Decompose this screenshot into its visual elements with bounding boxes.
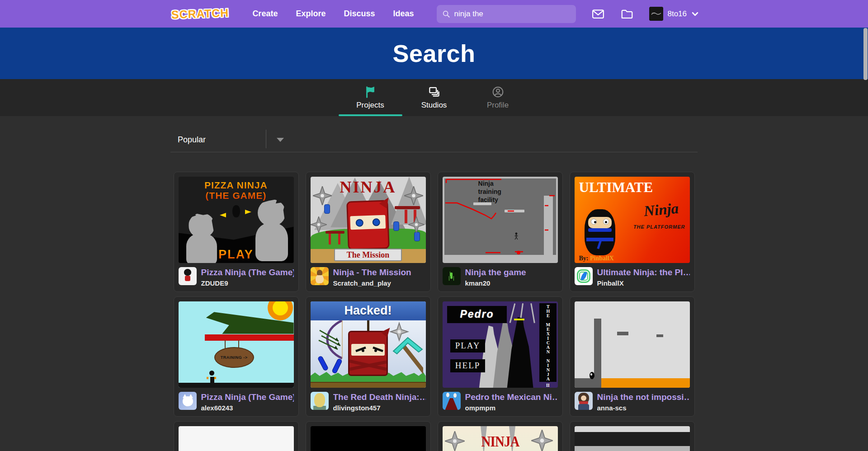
project-title-link[interactable]: The Red Death Ninja:… [333,392,426,402]
project-title-link[interactable]: Pizza Ninja (The Game) [201,392,294,402]
project-thumbnail[interactable]: NINJA The Mission [311,177,426,263]
project-title-link[interactable]: Ninja - The Mission [333,268,411,277]
nav-link-create[interactable]: Create [243,0,287,28]
project-card: PIZZA NINJA(THE GAME) PLAY Pizza Ninja (… [174,172,299,292]
tab-studios[interactable]: Studios [402,79,466,116]
project-thumbnail[interactable]: Pedro PLAY HELP THE MEXICAN NINJA II [443,301,558,388]
project-thumbnail[interactable] [311,426,426,451]
tab-projects-label: Projects [356,101,384,110]
chevron-down-icon [692,12,698,16]
project-author: anna-scs [597,404,690,412]
mystuff-folder-icon[interactable] [620,7,634,21]
bow-icon [316,319,349,360]
project-author: ZDUDE9 [201,279,294,287]
author-avatar[interactable] [311,267,329,285]
profile-icon [492,86,504,98]
sun [268,301,293,320]
tab-projects[interactable]: Projects [339,79,402,116]
project-card: ULTIMATE Ninja THE PLATFORMER By: Pinbal… [570,172,695,292]
project-card: TRAINING -> Pizza Ninja (The Game) alex6… [174,296,299,417]
ninja-figure [209,371,214,376]
flag-icon [364,86,377,98]
project-card: Ninjatrainingfacility Ninja the game kma… [438,172,563,292]
search-results: Popular PIZZA NINJA(THE GAME) PLAY Pizza… [170,128,698,451]
pickaxe-icon [392,336,423,381]
username-label: 8to16 [667,9,687,19]
nav-link-discuss[interactable]: Discuss [335,0,384,28]
tab-studios-label: Studios [421,101,447,110]
stick-figure-icon [514,233,518,240]
project-author: alex60243 [201,404,294,412]
project-thumbnail[interactable]: PIZZA NINJA(THE GAME) PLAY [179,177,294,263]
project-title-link[interactable]: Ultimate Ninja: the Pl… [597,268,690,277]
project-title-link[interactable]: Pedro the Mexican Ni… [465,392,558,402]
page-title: Search [392,39,475,67]
search-input[interactable] [454,9,571,19]
project-thumbnail[interactable]: ULTIMATE Ninja THE PLATFORMER By: Pinbal… [575,177,690,263]
sort-dropdown-caret-icon[interactable] [277,138,284,142]
ninja-figure [346,200,390,250]
project-author: dlivingston457 [333,404,426,412]
project-card [306,421,431,451]
angry-eyes [354,346,385,353]
project-title-link[interactable]: Ninja the game [465,268,526,277]
shuriken-icon [311,216,327,233]
player-ball [590,372,594,379]
search-icon [442,10,450,18]
project-thumbnail[interactable] [575,426,690,451]
nav-link-explore[interactable]: Explore [287,0,335,28]
project-title-link[interactable]: Ninja the not impossi… [597,392,690,402]
project-card: Ninja the not impossi… anna-scs [570,296,695,417]
nav-links: Create Explore Discuss Ideas [243,0,423,28]
project-title-link[interactable]: Pizza Ninja (The Game) [201,268,294,277]
scratch-logo[interactable]: SCRATCH [169,5,231,23]
ninja-figure [585,209,615,255]
project-author: ompmpm [465,404,558,412]
author-avatar[interactable] [575,392,593,410]
project-thumbnail[interactable]: Ninjatrainingfacility [443,177,558,263]
project-author: kman20 [465,279,526,287]
search-box[interactable] [437,5,576,23]
author-avatar[interactable] [443,267,461,285]
tab-profile-label: Profile [487,101,509,110]
project-card: Hacked! The Red Death Ninja:… dlivingsto… [306,296,431,417]
top-navigation: SCRATCH Create Explore Discuss Ideas [0,0,868,28]
filter-divider [266,130,266,148]
project-card [570,421,695,451]
project-card: Pedro PLAY HELP THE MEXICAN NINJA II Ped… [438,296,563,417]
author-avatar[interactable] [311,392,329,410]
project-author: Scratch_and_play [333,279,411,287]
project-card: NINJA The Mission Ninja - The Mission Sc… [306,172,431,292]
sort-select-value[interactable]: Popular [178,135,206,145]
tab-profile[interactable]: Profile [466,79,530,116]
project-author: PinballX [597,279,690,287]
shuriken-icon [408,216,425,233]
page-scrollbar[interactable] [863,28,868,80]
project-card [174,421,299,451]
nav-link-ideas[interactable]: Ideas [384,0,423,28]
author-avatar[interactable] [575,267,593,285]
project-card: NINJA [438,421,563,451]
author-avatar[interactable] [179,392,197,410]
messages-icon[interactable] [591,7,605,21]
project-grid: PIZZA NINJA(THE GAME) PLAY Pizza Ninja (… [170,172,698,451]
author-avatar[interactable] [179,267,197,285]
sort-filter-row: Popular [170,128,698,152]
project-thumbnail[interactable] [575,301,690,388]
studios-icon [428,86,440,98]
project-thumbnail[interactable]: NINJA [443,426,558,451]
author-avatar[interactable] [443,392,461,410]
project-thumbnail[interactable]: TRAINING -> [179,301,294,388]
ninja-figure [348,331,388,376]
ninja-figure [232,205,240,217]
user-avatar [649,7,663,21]
search-tabs: Projects Studios Profile [0,79,868,116]
project-thumbnail[interactable]: Hacked! [311,301,426,388]
account-menu[interactable]: 8to16 [649,7,698,21]
project-thumbnail[interactable] [179,426,294,451]
search-banner: Search [0,28,868,79]
